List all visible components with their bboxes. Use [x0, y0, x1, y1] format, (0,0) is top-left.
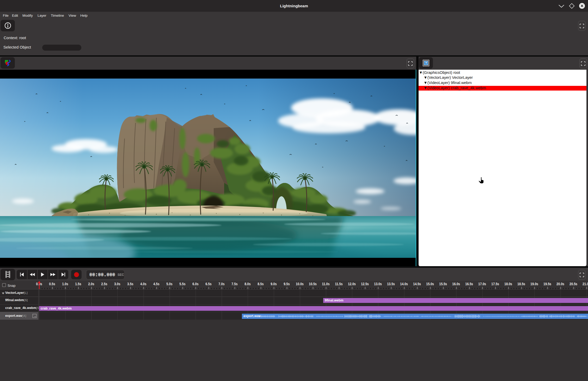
svg-text:?: ? — [425, 61, 427, 65]
